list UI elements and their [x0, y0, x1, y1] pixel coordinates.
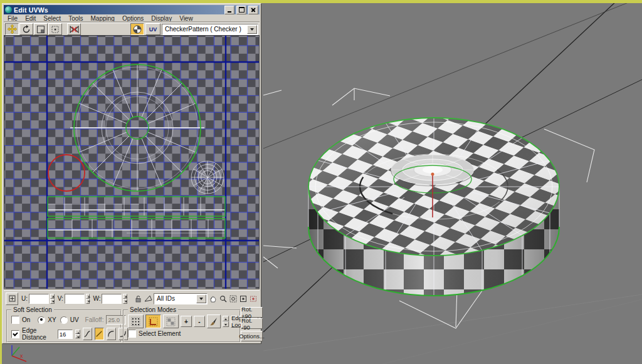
- zoom-button[interactable]: [219, 294, 228, 303]
- falloff-linear-button[interactable]: [95, 328, 104, 340]
- show-map-button[interactable]: [130, 23, 144, 35]
- pan-button[interactable]: [209, 294, 218, 303]
- menu-mapping[interactable]: Mapping: [87, 15, 118, 22]
- vertex-mode-icon: [131, 317, 140, 326]
- material-id-dropdown[interactable]: All IDs: [154, 293, 208, 304]
- v-field[interactable]: [65, 294, 85, 304]
- checkered-disc-object[interactable]: [308, 118, 559, 296]
- chevron-down-icon: [250, 28, 254, 31]
- edge-mode-button[interactable]: [145, 315, 161, 328]
- rotate-minus-90-button[interactable]: Rot. -90: [241, 318, 263, 329]
- menu-bar: File Edit Select Tools Mapping Options D…: [4, 14, 260, 23]
- uv-bottom-panel: Soft Selection On XY UV Falloff: Edge Di…: [4, 306, 260, 342]
- u-label: U:: [21, 295, 28, 302]
- material-id-dropdown-arrow[interactable]: [196, 294, 206, 303]
- edge-distance-checkbox[interactable]: [11, 330, 19, 338]
- window-icon: [5, 6, 12, 13]
- zoom-extents-icon: [239, 295, 247, 303]
- zoom-extents-button[interactable]: [239, 294, 248, 303]
- freeform-icon: [51, 25, 60, 34]
- material-id-value: All IDs: [157, 295, 175, 302]
- uv-radio-label: UV: [70, 316, 79, 323]
- select-element-label: Select Element: [139, 330, 181, 337]
- absolute-mode-button[interactable]: [6, 293, 18, 305]
- freeform-tool-button[interactable]: [48, 23, 62, 35]
- texture-dropdown[interactable]: CheckerPattern ( Checker ): [162, 24, 258, 35]
- close-button[interactable]: [248, 6, 258, 14]
- menu-options[interactable]: Options: [118, 15, 147, 22]
- mirror-icon: [70, 25, 79, 34]
- face-mode-icon: [166, 317, 176, 326]
- face-mode-button[interactable]: [163, 315, 179, 328]
- scale-icon: [36, 25, 45, 34]
- uv-canvas-svg: [4, 36, 259, 289]
- toolbar-right-group: UV CheckerPattern ( Checker ): [130, 23, 258, 35]
- v-spinner[interactable]: [86, 294, 90, 304]
- rotate-plus-90-button[interactable]: Rot. +90: [241, 307, 263, 318]
- filter-faces-icon: [144, 295, 152, 302]
- edge-distance-field[interactable]: [58, 330, 73, 339]
- paint-select-button[interactable]: [207, 315, 221, 328]
- uv-radio[interactable]: [60, 316, 68, 324]
- xy-radio[interactable]: [38, 316, 45, 324]
- w-field[interactable]: [102, 294, 122, 304]
- falloff-slow-out-button[interactable]: [107, 328, 116, 340]
- brush-size-spinner[interactable]: [223, 316, 229, 327]
- lock-selection-button[interactable]: [134, 294, 142, 303]
- vertex-mode-button[interactable]: [128, 315, 144, 328]
- grow-selection-button[interactable]: +: [181, 316, 192, 327]
- w-spinner[interactable]: [123, 294, 127, 304]
- show-map-icon: [133, 25, 142, 34]
- menu-view[interactable]: View: [176, 15, 197, 22]
- window-title: Edit UVWs: [14, 6, 223, 14]
- zoom-region-button[interactable]: [229, 294, 238, 303]
- falloff-smooth-button[interactable]: [83, 328, 92, 340]
- slow-out-curve-icon: [107, 330, 115, 338]
- smooth-curve-icon: [83, 330, 91, 338]
- maximize-button[interactable]: [236, 6, 246, 14]
- selection-modes-title: Selection Modes: [128, 306, 178, 313]
- soft-selection-group: Soft Selection On XY UV Falloff: Edge Di…: [6, 309, 122, 343]
- selection-modes-group: Selection Modes: [123, 309, 241, 343]
- w-label: W:: [93, 295, 100, 302]
- options-button[interactable]: Options...: [241, 331, 263, 341]
- menu-tools[interactable]: Tools: [65, 15, 87, 22]
- uv-wireframe-ring: [191, 161, 224, 194]
- texture-dropdown-value: CheckerPattern ( Checker ): [165, 26, 241, 33]
- uv-toolbar: UV CheckerPattern ( Checker ): [4, 23, 260, 35]
- shrink-selection-button[interactable]: -: [194, 316, 205, 327]
- menu-file[interactable]: File: [4, 15, 21, 22]
- edge-distance-spinner[interactable]: [75, 330, 80, 338]
- soft-selection-on-checkbox[interactable]: [11, 316, 19, 324]
- menu-select[interactable]: Select: [39, 15, 65, 22]
- soft-selection-title: Soft Selection: [11, 306, 54, 313]
- move-tool-button[interactable]: [5, 23, 19, 35]
- chevron-down-icon: [199, 298, 203, 300]
- mirror-tool-button[interactable]: [67, 23, 81, 35]
- minimize-button[interactable]: [224, 6, 234, 14]
- screenshot-stage: x Edit UVWs File Edit Select Tools Mappi…: [0, 0, 642, 364]
- zoom-to-gizmo-icon: [250, 295, 257, 303]
- texture-dropdown-arrow[interactable]: [247, 25, 257, 34]
- select-element-checkbox[interactable]: [128, 330, 136, 338]
- u-field[interactable]: [29, 294, 49, 304]
- uv-space-button[interactable]: UV: [145, 23, 160, 35]
- pan-hand-icon: [209, 295, 217, 303]
- menu-edit[interactable]: Edit: [21, 15, 39, 22]
- falloff-label: Falloff:: [85, 316, 104, 323]
- edit-uvws-window: Edit UVWs File Edit Select Tools Mapping…: [2, 3, 261, 344]
- zoom-to-gizmo-button[interactable]: [249, 294, 258, 303]
- filter-selected-faces-button[interactable]: [144, 294, 152, 303]
- edge-distance-label: Edge Distance: [22, 327, 55, 341]
- paint-brush-icon: [209, 317, 218, 326]
- absolute-mode-icon: [9, 295, 16, 302]
- uv-canvas[interactable]: [4, 35, 260, 290]
- scale-tool-button[interactable]: [34, 23, 48, 35]
- title-bar[interactable]: Edit UVWs: [4, 5, 260, 14]
- u-spinner[interactable]: [50, 294, 55, 304]
- menu-display[interactable]: Display: [147, 15, 176, 22]
- lock-icon: [135, 295, 142, 303]
- soft-selection-on-label: On: [22, 316, 30, 323]
- rotate-tool-button[interactable]: [19, 23, 33, 35]
- rotate-icon: [22, 25, 31, 34]
